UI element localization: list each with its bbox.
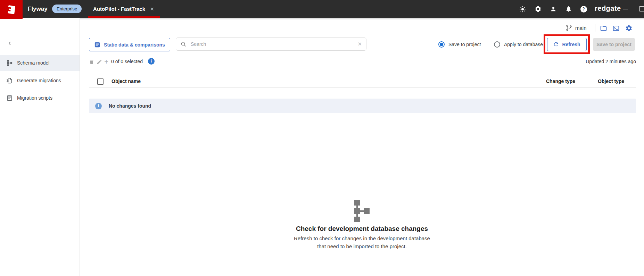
sidebar-item-generate-migrations[interactable]: Generate migrations [0,73,80,89]
sidebar: Schema model Generate migrations Migrati… [0,18,80,276]
refresh-button-label: Refresh [562,42,580,47]
banner-message: No changes found [109,103,151,109]
terminal-icon[interactable] [611,24,620,33]
generate-migrations-icon [6,77,13,84]
column-object-type[interactable]: Object type [598,78,624,84]
sidebar-item-label: Generate migrations [17,78,61,83]
static-data-icon [94,42,100,48]
select-all-checkbox[interactable] [97,78,104,85]
updated-status: Updated 2 minutes ago [532,59,636,64]
schema-empty-state-icon [353,200,371,222]
restore-window-icon[interactable] [639,6,644,11]
branch-name: main [575,25,587,31]
project-settings-icon[interactable] [624,24,633,33]
help-glyph: ? [582,7,585,11]
sidebar-item-label: Schema model [17,60,49,66]
tab-autopilot-fasttrack[interactable]: AutoPilot - FastTrack ✕ [93,0,154,18]
account-icon[interactable] [549,5,558,13]
redgate-wordmark: redgate [595,0,621,18]
annotation-highlight-box: Refresh [544,34,590,54]
tab-label: AutoPilot - FastTrack [93,6,145,12]
selection-summary: 0 of 0 selected [111,59,143,64]
sidebar-item-migration-scripts[interactable]: Migration scripts [0,90,80,106]
app-name: Flyway [28,0,48,18]
titlebar: Flyway Enterprise AutoPilot - FastTrack … [0,0,644,18]
column-object-name[interactable]: Object name [112,78,141,84]
empty-state-description: that need to be imported to the project. [80,243,644,249]
titlebar-shadow [0,18,644,20]
static-data-comparisons-button[interactable]: Static data & comparisons [89,38,170,51]
info-glyph: i [151,59,152,64]
banner-info-icon: i [95,103,102,109]
search-clear-icon[interactable]: ✕ [357,41,362,47]
sidebar-item-label: Migration scripts [17,95,52,101]
apply-to-database-radio[interactable]: Apply to database [494,41,543,48]
branch-selector[interactable]: main [565,23,587,33]
save-to-project-radio[interactable]: Save to project [438,41,481,48]
minimize-icon[interactable] [623,9,628,9]
settings-icon[interactable] [534,5,542,13]
schema-model-icon [6,60,13,66]
flyway-logo [0,0,23,19]
add-icon[interactable]: + [103,58,110,65]
folder-icon[interactable] [599,24,608,33]
migration-scripts-icon [6,95,13,101]
delete-icon[interactable] [88,58,95,65]
git-branch-icon [565,24,572,31]
titlebar-divider [75,5,75,14]
refresh-button[interactable]: Refresh [547,38,587,51]
radio-selected-icon [438,41,445,48]
collapse-sidebar-button[interactable] [6,39,14,48]
column-change-type[interactable]: Change type [546,78,575,84]
edit-icon[interactable] [96,58,103,65]
branch-bar-divider [595,24,595,32]
radio-label: Apply to database [504,42,543,47]
no-changes-banner: i No changes found [89,99,636,113]
empty-state-description: Refresh to check for changes in the deve… [80,235,644,241]
help-icon[interactable]: ? [579,5,588,13]
active-tab-underline [88,16,160,18]
edition-badge: Enterprise [52,5,82,13]
info-icon[interactable]: i [148,58,155,65]
theme-icon[interactable] [518,5,527,13]
table-header-divider [89,87,636,88]
banner-info-glyph: i [98,103,99,109]
search-box: ✕ [176,37,366,51]
refresh-icon [553,41,559,47]
empty-state-title: Check for development database changes [80,225,644,233]
save-to-project-button[interactable]: Save to project [593,38,635,51]
tab-close-icon[interactable]: ✕ [150,6,154,12]
search-icon [180,41,187,47]
notifications-icon[interactable] [564,5,573,13]
chevron-left-icon [7,41,13,46]
sidebar-item-schema-model[interactable]: Schema model [0,55,80,71]
radio-label: Save to project [448,42,481,47]
search-input[interactable] [190,41,354,47]
radio-unselected-icon [494,41,500,48]
static-data-button-label: Static data & comparisons [104,42,165,48]
